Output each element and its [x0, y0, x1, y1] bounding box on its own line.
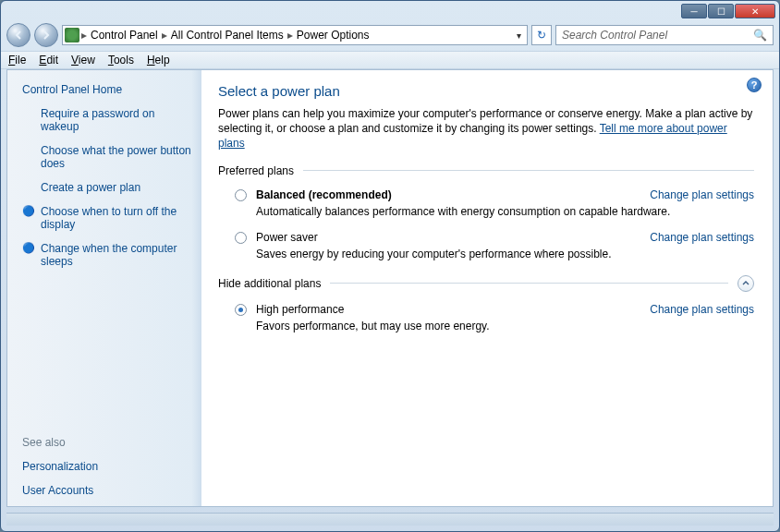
- menubar: File Edit View Tools Help: [1, 51, 779, 69]
- sidebar-item-turn-off-display[interactable]: Choose when to turn off the display: [41, 205, 194, 231]
- plan-desc-balanced: Automatically balances performance with …: [256, 201, 754, 218]
- forward-button[interactable]: [34, 23, 58, 47]
- status-bar: [6, 513, 774, 526]
- divider: [330, 283, 728, 284]
- chevron-right-icon[interactable]: ▸: [162, 29, 167, 42]
- plan-power-saver: Power saver Change plan settings Saves e…: [218, 227, 754, 270]
- close-button[interactable]: ✕: [735, 4, 775, 18]
- sidebar: Control Panel Home ●Require a password o…: [7, 70, 201, 506]
- breadcrumb-power-options[interactable]: Power Options: [295, 29, 372, 42]
- navbar: ▸ Control Panel ▸ All Control Panel Item…: [1, 19, 779, 51]
- additional-plans-label: Hide additional plans: [218, 275, 754, 292]
- collapse-button[interactable]: [737, 275, 754, 292]
- address-dropdown-icon[interactable]: ▾: [513, 30, 525, 41]
- shield-icon: 🔵: [22, 242, 35, 254]
- plan-name-balanced: Balanced (recommended): [256, 188, 392, 201]
- chevron-right-icon[interactable]: ▸: [81, 29, 87, 42]
- preferred-plans-label: Preferred plans: [218, 164, 754, 177]
- breadcrumb-all-items[interactable]: All Control Panel Items: [169, 29, 286, 42]
- search-placeholder: Search Control Panel: [562, 29, 667, 42]
- change-settings-saver[interactable]: Change plan settings: [650, 231, 754, 244]
- search-icon[interactable]: 🔍: [753, 29, 767, 42]
- section-text: Preferred plans: [218, 164, 294, 177]
- change-settings-highperf[interactable]: Change plan settings: [650, 303, 754, 316]
- chevron-right-icon[interactable]: ▸: [287, 29, 293, 42]
- search-input[interactable]: Search Control Panel 🔍: [555, 25, 774, 45]
- page-title: Select a power plan: [218, 83, 754, 99]
- address-bar[interactable]: ▸ Control Panel ▸ All Control Panel Item…: [62, 25, 528, 45]
- refresh-button[interactable]: ↻: [531, 25, 552, 45]
- section-text: Hide additional plans: [218, 277, 321, 290]
- shield-icon: 🔵: [22, 205, 35, 217]
- back-button[interactable]: [6, 23, 30, 47]
- radio-balanced[interactable]: [235, 189, 247, 201]
- menu-view[interactable]: View: [71, 54, 95, 66]
- minimize-button[interactable]: ─: [681, 4, 707, 18]
- radio-high-performance[interactable]: [235, 304, 247, 316]
- divider: [303, 170, 754, 171]
- sidebar-item-computer-sleeps[interactable]: Change when the computer sleeps: [41, 242, 194, 268]
- content-area: Control Panel Home ●Require a password o…: [6, 69, 774, 507]
- menu-edit[interactable]: Edit: [39, 54, 58, 66]
- menu-tools[interactable]: Tools: [108, 54, 134, 66]
- menu-help[interactable]: Help: [147, 54, 170, 66]
- see-also-user-accounts[interactable]: User Accounts: [22, 484, 194, 497]
- sidebar-home[interactable]: Control Panel Home: [22, 83, 194, 96]
- main-panel: ? Select a power plan Power plans can he…: [201, 70, 773, 506]
- breadcrumb-control-panel[interactable]: Control Panel: [89, 29, 160, 42]
- plan-high-performance: High performance Change plan settings Fa…: [218, 299, 754, 342]
- see-also-personalization[interactable]: Personalization: [22, 460, 194, 473]
- sidebar-item-password-wakeup[interactable]: Require a password on wakeup: [41, 107, 194, 133]
- window: ─ ☐ ✕ ▸ Control Panel ▸ All Control Pane…: [0, 0, 780, 532]
- change-settings-balanced[interactable]: Change plan settings: [650, 188, 754, 201]
- help-button[interactable]: ?: [747, 78, 762, 92]
- plan-balanced: Balanced (recommended) Change plan setti…: [218, 185, 754, 227]
- sidebar-item-power-button[interactable]: Choose what the power button does: [41, 144, 194, 170]
- control-panel-icon: [65, 28, 79, 42]
- titlebar: ─ ☐ ✕: [1, 1, 779, 19]
- plan-desc-highperf: Favors performance, but may use more ene…: [256, 316, 754, 332]
- sidebar-item-create-plan[interactable]: Create a power plan: [41, 181, 140, 194]
- intro-text: Power plans can help you maximize your c…: [218, 106, 754, 151]
- maximize-button[interactable]: ☐: [708, 4, 734, 18]
- see-also-label: See also: [22, 436, 194, 449]
- radio-power-saver[interactable]: [235, 232, 247, 244]
- plan-name-saver: Power saver: [256, 231, 318, 244]
- plan-name-highperf: High performance: [256, 303, 344, 316]
- menu-file[interactable]: File: [8, 54, 26, 66]
- plan-desc-saver: Saves energy by reducing your computer's…: [256, 244, 754, 260]
